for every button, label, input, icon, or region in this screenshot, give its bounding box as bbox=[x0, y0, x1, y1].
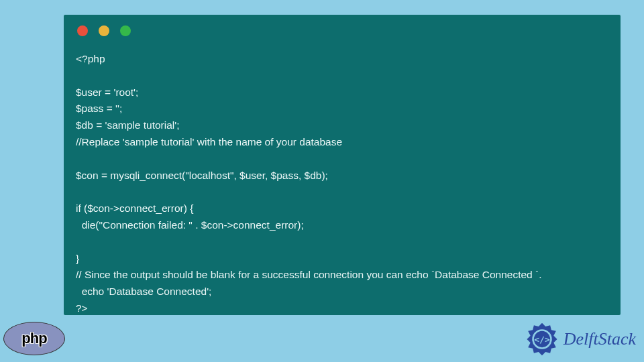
code-line: $db = 'sample tutorial'; bbox=[76, 119, 180, 131]
delftstack-gear-icon: </> bbox=[525, 322, 559, 357]
code-line: ?> bbox=[76, 302, 88, 314]
code-line: //Replace 'sample tutorial' with the nam… bbox=[76, 136, 342, 147]
minimize-dot-icon bbox=[99, 25, 109, 36]
maximize-dot-icon bbox=[120, 25, 131, 36]
code-line: $pass = ''; bbox=[76, 103, 122, 114]
php-logo: php bbox=[3, 322, 65, 355]
svg-text:</>: </> bbox=[534, 335, 550, 345]
code-line: // Since the output should be blank for … bbox=[76, 269, 542, 280]
code-line: $user = 'root'; bbox=[76, 86, 138, 98]
php-logo-ellipse: php bbox=[3, 322, 65, 355]
code-line: } bbox=[76, 253, 79, 264]
window-traffic-lights bbox=[64, 15, 621, 43]
delftstack-brand-text: DelftStack bbox=[564, 329, 636, 349]
delftstack-logo: </> DelftStack bbox=[525, 322, 636, 357]
code-line: echo 'Database Connected'; bbox=[76, 286, 211, 297]
code-content: <?php $user = 'root'; $pass = ''; $db = … bbox=[64, 43, 621, 330]
code-line: die("Connection failed: " . $con->connec… bbox=[76, 219, 304, 231]
code-line: $con = mysqli_connect("localhost", $user… bbox=[76, 170, 328, 181]
code-line: if ($con->connect_error) { bbox=[76, 202, 193, 214]
code-line: <?php bbox=[76, 53, 105, 64]
php-logo-text: php bbox=[21, 330, 46, 347]
code-window: <?php $user = 'root'; $pass = ''; $db = … bbox=[64, 15, 621, 315]
close-dot-icon bbox=[77, 25, 88, 36]
